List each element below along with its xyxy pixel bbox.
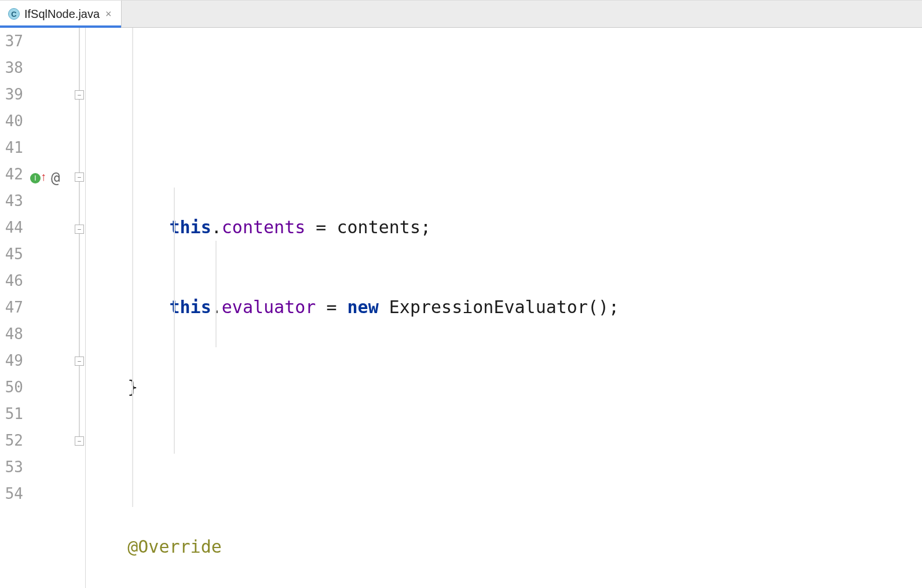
close-icon[interactable]: ×	[104, 8, 113, 20]
code-area[interactable]: this.contents = contents; this.evaluator…	[86, 28, 922, 588]
fold-handle-icon[interactable]: −	[75, 357, 84, 366]
fold-handle-icon[interactable]: −	[75, 172, 84, 182]
gutter-markers: I ↑ @	[28, 28, 73, 588]
code-line: }	[86, 374, 922, 400]
fold-handle-icon[interactable]: −	[75, 436, 84, 446]
line-number: 43	[0, 188, 23, 214]
line-number: 39	[0, 81, 23, 108]
fold-handle-icon[interactable]: −	[75, 225, 84, 234]
override-implements-icon[interactable]: I	[30, 173, 41, 183]
fold-gutter: − − − − −	[73, 28, 86, 588]
line-number: 52	[0, 427, 23, 454]
line-number: 38	[0, 54, 23, 81]
line-number: 46	[0, 267, 23, 294]
code-line: this.evaluator = new ExpressionEvaluator…	[86, 294, 922, 321]
tab-label: IfSqlNode.java	[24, 8, 100, 21]
line-number: 45	[0, 241, 23, 267]
code-line: @Override	[86, 534, 922, 560]
line-number: 53	[0, 454, 23, 480]
code-line	[86, 454, 922, 480]
line-number: 48	[0, 321, 23, 347]
line-number: 50	[0, 374, 23, 400]
line-number: 54	[0, 480, 23, 507]
navigate-super-icon[interactable]: ↑	[41, 170, 46, 183]
class-file-icon: C	[8, 8, 20, 20]
line-number-gutter: 373839404142434445464748495051525354	[0, 28, 28, 588]
line-number: 51	[0, 400, 23, 427]
line-number: 49	[0, 347, 23, 374]
line-number: 42	[0, 161, 23, 188]
code-line: this.contents = contents;	[86, 214, 922, 241]
editor-tabbar: C IfSqlNode.java ×	[0, 0, 922, 28]
tab-ifsqlnode[interactable]: C IfSqlNode.java ×	[0, 1, 122, 27]
fold-handle-icon[interactable]: −	[75, 90, 84, 100]
code-editor[interactable]: 373839404142434445464748495051525354 I ↑…	[0, 28, 922, 588]
line-number: 37	[0, 28, 23, 54]
line-number: 47	[0, 294, 23, 321]
annotation-gutter-icon[interactable]: @	[51, 169, 60, 186]
line-number: 41	[0, 134, 23, 161]
line-number: 44	[0, 214, 23, 241]
line-number: 40	[0, 108, 23, 134]
